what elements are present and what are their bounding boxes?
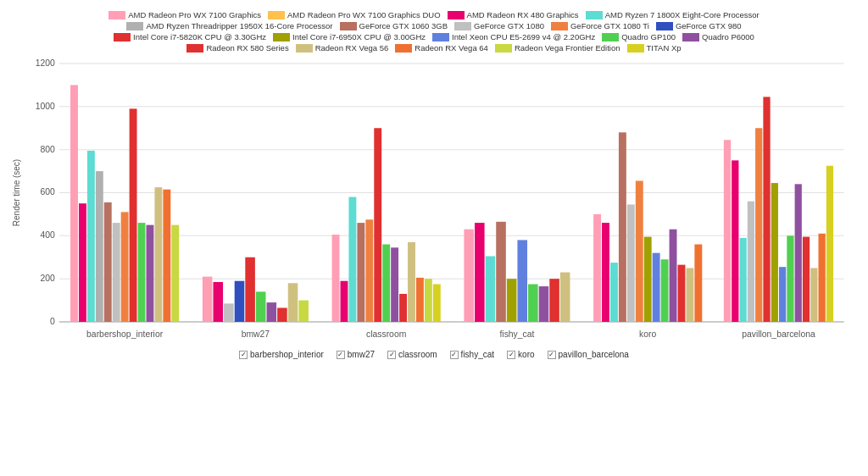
svg-text:1200: 1200 bbox=[36, 58, 55, 68]
svg-text:bmw27: bmw27 bbox=[242, 329, 270, 339]
bar bbox=[787, 235, 793, 322]
bar bbox=[610, 263, 618, 322]
chart-container: AMD Radeon Pro WX 7100 GraphicsAMD Radeo… bbox=[0, 0, 868, 476]
bar bbox=[619, 132, 626, 322]
bar bbox=[539, 286, 549, 322]
bar bbox=[416, 278, 424, 322]
bar bbox=[171, 225, 179, 322]
bar bbox=[138, 223, 146, 322]
bottom-legend-item: ✓koro bbox=[507, 350, 534, 359]
bar bbox=[391, 247, 398, 322]
bar bbox=[357, 223, 364, 322]
bar bbox=[213, 282, 223, 322]
svg-text:classroom: classroom bbox=[366, 329, 406, 339]
bar bbox=[560, 273, 570, 322]
svg-text:200: 200 bbox=[40, 274, 55, 283]
legend-item: Intel Core i7-6950X CPU @ 3.00GHz bbox=[273, 32, 426, 42]
bar bbox=[678, 265, 686, 322]
bar bbox=[365, 219, 373, 322]
bar bbox=[653, 253, 660, 322]
bar bbox=[819, 234, 826, 322]
bar bbox=[433, 285, 441, 322]
bar bbox=[298, 301, 309, 322]
legend-label: fishy_cat bbox=[461, 350, 494, 359]
bar bbox=[810, 268, 817, 322]
svg-text:600: 600 bbox=[40, 188, 55, 197]
chart-wrapper: 020040060080010001200barbershop_interior… bbox=[59, 55, 853, 346]
svg-text:800: 800 bbox=[40, 145, 55, 154]
bar bbox=[96, 171, 103, 322]
legend-item: AMD Radeon RX 480 Graphics bbox=[448, 10, 579, 19]
legend-item: GeForce GTX 1080 Ti bbox=[551, 21, 649, 30]
legend-item: GeForce GTX 980 bbox=[656, 21, 742, 30]
bar bbox=[130, 108, 137, 322]
legend-label: bmw27 bbox=[348, 350, 375, 359]
svg-text:1000: 1000 bbox=[36, 102, 55, 111]
legend-label: barbershop_interior bbox=[250, 350, 324, 359]
bar bbox=[475, 223, 485, 322]
svg-text:fishy_cat: fishy_cat bbox=[499, 329, 534, 339]
legend-checkbox[interactable]: ✓ bbox=[387, 351, 396, 359]
bar bbox=[803, 237, 810, 322]
bar bbox=[771, 183, 778, 322]
bar bbox=[203, 277, 213, 322]
bar bbox=[724, 140, 731, 322]
legend-item: Radeon RX 580 Series bbox=[186, 43, 288, 53]
bar bbox=[486, 256, 496, 322]
svg-text:koro: koro bbox=[639, 329, 657, 339]
bar bbox=[748, 202, 754, 322]
bar bbox=[549, 279, 559, 322]
bar bbox=[70, 85, 78, 322]
bar-chart: 020040060080010001200barbershop_interior… bbox=[59, 55, 853, 343]
bar bbox=[593, 214, 601, 322]
svg-text:400: 400 bbox=[40, 231, 55, 241]
bar bbox=[755, 128, 762, 322]
bar bbox=[507, 279, 517, 322]
legend-label: pavillon_barcelona bbox=[559, 350, 629, 359]
bar bbox=[686, 268, 693, 322]
bar bbox=[382, 245, 390, 323]
legend-item: Intel Core i7-5820K CPU @ 3.30GHz bbox=[114, 32, 266, 42]
bar bbox=[277, 307, 287, 322]
legend-item: AMD Radeon Pro WX 7100 Graphics bbox=[108, 10, 261, 19]
bar bbox=[399, 294, 407, 322]
bar bbox=[464, 230, 474, 322]
legend-item: Radeon RX Vega 56 bbox=[296, 43, 389, 53]
bar bbox=[670, 230, 677, 322]
bar bbox=[517, 240, 527, 322]
bar bbox=[163, 190, 170, 322]
bar bbox=[147, 225, 154, 322]
bar bbox=[795, 184, 802, 322]
legend-checkbox[interactable]: ✓ bbox=[450, 351, 459, 359]
legend-label: classroom bbox=[398, 350, 437, 359]
svg-text:Render time (sec): Render time (sec) bbox=[12, 159, 21, 226]
legend-item: Radeon RX Vega 64 bbox=[395, 43, 488, 53]
legend-checkbox[interactable]: ✓ bbox=[239, 351, 248, 359]
top-legend: AMD Radeon Pro WX 7100 GraphicsAMD Radeo… bbox=[8, 10, 860, 53]
legend-item: TITAN Xp bbox=[627, 43, 682, 53]
bar bbox=[826, 166, 833, 322]
bar bbox=[496, 222, 506, 322]
legend-checkbox[interactable]: ✓ bbox=[337, 351, 345, 359]
legend-item: Quadro P6000 bbox=[682, 32, 754, 42]
bar bbox=[288, 283, 298, 322]
svg-text:0: 0 bbox=[50, 317, 55, 326]
bar bbox=[602, 223, 609, 322]
legend-item: AMD Ryzen Threadripper 1950X 16-Core Pro… bbox=[126, 21, 332, 30]
bar bbox=[104, 202, 112, 322]
legend-item: Radeon Vega Frontier Edition bbox=[495, 43, 620, 53]
legend-item: Quadro GP100 bbox=[602, 32, 676, 42]
bar bbox=[528, 285, 538, 322]
bar bbox=[121, 212, 129, 322]
svg-text:pavillon_barcelona: pavillon_barcelona bbox=[742, 329, 815, 339]
bar bbox=[408, 242, 415, 322]
legend-checkbox[interactable]: ✓ bbox=[548, 351, 556, 359]
bar bbox=[348, 197, 356, 322]
bar bbox=[256, 291, 266, 322]
legend-checkbox[interactable]: ✓ bbox=[507, 351, 515, 359]
legend-item: GeForce GTX 1060 3GB bbox=[340, 21, 448, 30]
legend-label: koro bbox=[518, 350, 534, 359]
bar bbox=[341, 281, 348, 322]
bottom-legend-item: ✓fishy_cat bbox=[450, 350, 494, 359]
bar bbox=[661, 259, 669, 322]
